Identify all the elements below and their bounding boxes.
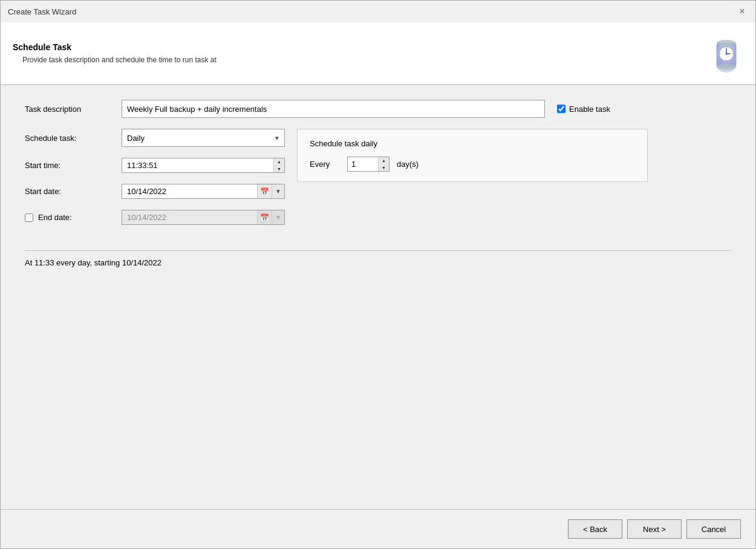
close-button[interactable]: × — [736, 5, 748, 18]
summary-section: At 11:33 every day, starting 10/14/2022 — [25, 250, 731, 267]
start-date-wrapper: 📅 ▼ — [122, 184, 285, 199]
every-label: Every — [310, 160, 340, 169]
every-input-wrapper: ▲ ▼ — [347, 157, 389, 172]
end-date-wrapper: 📅 ▼ — [122, 210, 285, 225]
schedule-daily-panel: Schedule task daily Every ▲ ▼ day(s) — [297, 129, 648, 182]
schedule-task-dropdown[interactable]: Daily Weekly Monthly Once — [122, 129, 285, 147]
summary-text: At 11:33 every day, starting 10/14/2022 — [25, 258, 161, 267]
header-subtitle: Provide task description and schedule th… — [22, 56, 217, 64]
start-time-input[interactable] — [122, 158, 273, 172]
end-date-dropdown-button: ▼ — [272, 210, 284, 224]
end-date-label-wrapper: End date: — [25, 213, 122, 222]
cancel-button[interactable]: Cancel — [686, 519, 741, 539]
schedule-task-row: Schedule task: Daily Weekly Monthly Once — [25, 129, 285, 147]
dialog-title: Create Task Wizard — [8, 7, 76, 16]
header-text-block: Schedule Task Provide task description a… — [13, 42, 217, 64]
every-days-up-button[interactable]: ▲ — [379, 157, 389, 164]
start-date-row: Start date: 📅 ▼ — [25, 184, 285, 199]
enable-task-label: Enable task — [569, 105, 610, 114]
end-date-input — [122, 210, 257, 224]
schedule-task-label: Schedule task: — [25, 134, 122, 143]
start-date-label: Start date: — [25, 187, 122, 196]
svg-point-2 — [717, 40, 736, 46]
end-date-row: End date: 📅 ▼ — [25, 210, 285, 225]
form-and-panel: Schedule task: Daily Weekly Monthly Once… — [25, 129, 731, 236]
enable-task-section: Enable task — [557, 105, 610, 114]
start-time-wrapper: ▲ ▼ — [122, 158, 285, 173]
task-description-label: Task description — [25, 105, 122, 114]
schedule-panel-title: Schedule task daily — [310, 139, 635, 148]
header-title: Schedule Task — [13, 42, 217, 52]
header-icon — [701, 32, 743, 74]
end-date-label: End date: — [38, 213, 72, 222]
schedule-panel-row: Every ▲ ▼ day(s) — [310, 157, 635, 172]
svg-point-7 — [726, 53, 728, 55]
task-description-row: Task description Enable task — [25, 100, 731, 118]
start-date-buttons: 📅 ▼ — [257, 184, 284, 198]
end-date-buttons: 📅 ▼ — [257, 210, 284, 224]
start-time-down-button[interactable]: ▼ — [274, 166, 284, 173]
every-days-input[interactable] — [348, 157, 378, 171]
title-bar: Create Task Wizard × — [1, 1, 755, 22]
task-description-input[interactable] — [122, 100, 545, 118]
start-time-spinner: ▲ ▼ — [273, 158, 284, 172]
back-button[interactable]: < Back — [568, 519, 622, 539]
start-time-label: Start time: — [25, 161, 122, 170]
svg-point-3 — [717, 64, 736, 70]
start-date-calendar-button[interactable]: 📅 — [258, 184, 272, 198]
left-form: Schedule task: Daily Weekly Monthly Once… — [25, 129, 285, 236]
dialog-window: Create Task Wizard × Schedule Task Provi… — [0, 0, 756, 549]
start-date-dropdown-button[interactable]: ▼ — [272, 184, 284, 198]
every-days-down-button[interactable]: ▼ — [379, 164, 389, 172]
next-button[interactable]: Next > — [627, 519, 682, 539]
enable-task-checkbox[interactable] — [557, 105, 565, 113]
days-label: day(s) — [397, 160, 419, 169]
start-time-up-button[interactable]: ▲ — [274, 158, 284, 166]
main-content: Task description Enable task Schedule ta… — [1, 85, 755, 509]
end-date-calendar-button: 📅 — [258, 210, 272, 224]
footer: < Back Next > Cancel — [1, 509, 755, 548]
every-days-spinner: ▲ ▼ — [378, 157, 389, 171]
start-time-row: Start time: ▲ ▼ — [25, 158, 285, 173]
start-date-input[interactable] — [122, 184, 257, 198]
schedule-dropdown-wrapper: Daily Weekly Monthly Once — [122, 129, 285, 147]
end-date-checkbox[interactable] — [25, 213, 33, 222]
header-section: Schedule Task Provide task description a… — [1, 22, 755, 85]
